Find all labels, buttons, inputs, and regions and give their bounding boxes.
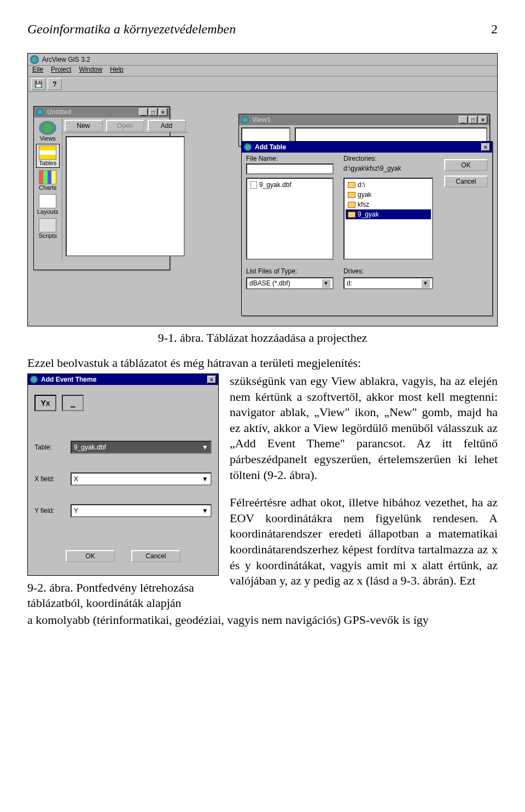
views-icon xyxy=(39,121,56,135)
dialog-titlebar[interactable]: Add Table × xyxy=(242,142,492,153)
dir-path: d:\gyak\kfsz\9_gyak xyxy=(343,165,401,172)
route-mode-icon[interactable]: ⎯ xyxy=(62,395,84,411)
chevron-down-icon[interactable]: ▼ xyxy=(202,443,208,451)
folder-label: kfsz xyxy=(358,201,369,208)
folder-item[interactable]: d:\ xyxy=(346,180,431,190)
cancel-button[interactable]: Cancel xyxy=(131,550,180,562)
menu-help[interactable]: Help xyxy=(110,66,124,76)
toolbar: 💾 ? xyxy=(28,77,497,92)
nav-views-label: Views xyxy=(40,135,56,142)
new-button[interactable]: New xyxy=(65,120,103,132)
globe-icon xyxy=(36,108,44,116)
table-label: Table: xyxy=(34,443,65,451)
nav-tables-label: Tables xyxy=(39,160,56,166)
folder-label: gyak xyxy=(358,191,371,198)
directories-label: Directories: xyxy=(343,155,377,162)
drives-select[interactable]: d:▼ xyxy=(343,277,433,289)
close-icon[interactable]: × xyxy=(159,108,167,116)
nav-tables[interactable]: Tables xyxy=(36,144,60,168)
list-type-select[interactable]: dBASE (*.dbf)▼ xyxy=(246,277,334,289)
drives-value: d: xyxy=(347,279,352,287)
paragraph-lead: Ezzel beolvastuk a táblázatot és még hát… xyxy=(27,356,498,370)
menu-window[interactable]: Window xyxy=(79,66,102,76)
close-icon[interactable]: × xyxy=(481,143,490,151)
figure-2-caption: 9-2. ábra. Pontfedvény létrehozása táblá… xyxy=(27,580,219,610)
help-icon[interactable]: ? xyxy=(48,78,62,90)
project-titlebar[interactable]: Untitled _ □ × xyxy=(34,107,170,118)
folder-icon xyxy=(348,212,355,218)
paragraph-2: Félreértésre adhat okot, illetve hibához… xyxy=(230,495,498,589)
folder-item-selected[interactable]: 9_gyak xyxy=(346,209,431,219)
nav-scripts-label: Scripts xyxy=(38,232,57,239)
drives-label: Drives: xyxy=(343,267,364,275)
maximize-icon[interactable]: □ xyxy=(149,108,158,116)
folder-item[interactable]: kfsz xyxy=(346,200,431,209)
filename-label: File Name: xyxy=(246,155,278,162)
folder-icon xyxy=(348,182,355,188)
file-item[interactable]: 9_gyak.dbf xyxy=(248,180,331,190)
close-icon[interactable]: × xyxy=(479,116,487,124)
folder-item[interactable]: gyak xyxy=(346,190,431,200)
screenshot-1: ArcView GIS 3.2 Eile Project Window Help… xyxy=(27,53,498,326)
table-select[interactable]: 9_gyak.dbf▼ xyxy=(71,441,212,454)
dialog-title: Add Table xyxy=(255,143,286,151)
add-event-titlebar[interactable]: Add Event Theme × xyxy=(28,374,218,385)
nav-scripts[interactable]: Scripts xyxy=(36,217,60,240)
menubar[interactable]: Eile Project Window Help xyxy=(28,66,497,77)
page-number: 2 xyxy=(491,22,498,37)
x-field-select[interactable]: X▼ xyxy=(71,472,212,486)
add-table-dialog: Add Table × File Name: 9_gyak.dbf Direct… xyxy=(241,141,493,316)
y-field-label: Y field: xyxy=(34,507,65,515)
doc-icon xyxy=(250,181,257,189)
scripts-icon xyxy=(39,218,56,232)
app-title-text: ArcView GIS 3.2 xyxy=(42,56,90,63)
list-type-value: dBASE (*.dbf) xyxy=(249,279,290,287)
layouts-icon xyxy=(39,194,56,208)
ok-button[interactable]: OK xyxy=(66,550,115,562)
file-item-label: 9_gyak.dbf xyxy=(259,181,291,189)
minimize-icon[interactable]: _ xyxy=(459,116,468,124)
globe-icon xyxy=(30,376,38,383)
paragraph-3: a komolyabb (térinformatikai, geodéziai,… xyxy=(27,612,498,628)
chevron-down-icon[interactable]: ▼ xyxy=(202,507,208,515)
folder-icon xyxy=(348,202,355,208)
app-icon xyxy=(30,55,39,64)
paragraph-1: szükségünk van egy View ablakra, vagyis,… xyxy=(230,373,498,483)
project-list[interactable] xyxy=(66,136,185,256)
close-icon[interactable]: × xyxy=(207,376,216,383)
dir-list[interactable]: d:\ gyak kfsz 9_gyak xyxy=(343,178,433,260)
ok-button[interactable]: OK xyxy=(444,159,488,171)
app-titlebar: ArcView GIS 3.2 xyxy=(28,54,497,66)
y-field-select[interactable]: Y▼ xyxy=(71,504,212,517)
nav-charts[interactable]: Charts xyxy=(36,169,60,192)
filename-input[interactable] xyxy=(246,163,334,174)
file-list[interactable]: 9_gyak.dbf xyxy=(246,178,334,260)
view-title: View1 xyxy=(252,116,271,124)
nav-views[interactable]: Views xyxy=(36,120,60,143)
nav-layouts-label: Layouts xyxy=(37,208,59,215)
chevron-down-icon[interactable]: ▼ xyxy=(202,475,208,483)
cancel-button[interactable]: Cancel xyxy=(444,176,488,188)
menu-project[interactable]: Project xyxy=(51,66,71,76)
menu-file[interactable]: Eile xyxy=(32,66,43,76)
minimize-icon[interactable]: _ xyxy=(139,108,148,116)
table-value: 9_gyak.dbf xyxy=(74,443,106,451)
add-event-dialog: Add Event Theme × YX ⎯ Table: 9_gyak.dbf… xyxy=(27,373,219,576)
xy-mode-icon[interactable]: YX xyxy=(34,395,56,411)
add-button[interactable]: Add xyxy=(148,120,186,132)
folder-label: 9_gyak xyxy=(358,211,379,218)
project-window: Untitled _ □ × Views Tables Charts Layou… xyxy=(33,106,170,270)
maximize-icon[interactable]: □ xyxy=(469,116,477,124)
nav-charts-label: Charts xyxy=(39,184,56,191)
x-value: X xyxy=(74,475,78,483)
project-nav: Views Tables Charts Layouts Scripts xyxy=(34,118,62,260)
chevron-down-icon[interactable]: ▼ xyxy=(322,279,330,288)
nav-layouts[interactable]: Layouts xyxy=(36,193,60,216)
chevron-down-icon[interactable]: ▼ xyxy=(421,279,430,288)
view-titlebar[interactable]: View1 _ □ × xyxy=(239,114,489,125)
save-icon[interactable]: 💾 xyxy=(31,78,45,90)
doc-header-title: Geoinformatika a környezetvédelemben xyxy=(27,22,236,37)
open-button[interactable]: Open xyxy=(106,120,144,132)
project-title: Untitled xyxy=(47,108,72,116)
x-field-label: X field: xyxy=(34,475,65,483)
